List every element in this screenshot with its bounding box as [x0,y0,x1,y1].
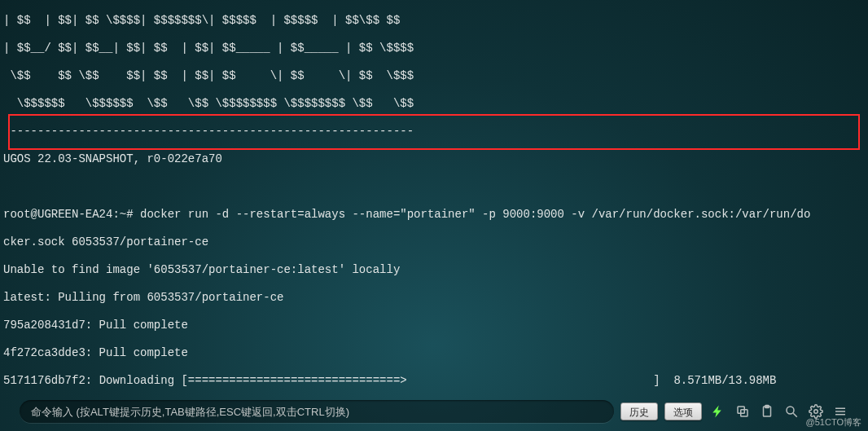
bolt-icon[interactable] [710,403,726,420]
ascii-line: | $$ | $$| $$ \$$$$| $$$$$$$\| $$$$$ | $… [3,14,865,28]
command-input-placeholder: 命令输入 (按ALT键提示历史,TAB键路径,ESC键返回,双击CTRL切换) [31,405,349,419]
history-button[interactable]: 历史 [620,402,658,420]
status-bar: 命令输入 (按ALT键提示历史,TAB键路径,ESC键返回,双击CTRL切换) … [0,392,868,431]
watermark: @51CTO博客 [806,416,861,429]
blank-line [3,180,865,194]
command-line-1: root@UGREEN-EA24:~# docker run -d --rest… [3,208,865,222]
download-line: 5171176db7f2: Downloading [=============… [3,374,865,388]
svg-line-5 [793,413,797,417]
pull-output-line: Unable to find image '6053537/portainer-… [3,263,865,277]
copy-icon[interactable] [734,403,751,420]
search-icon[interactable] [783,403,800,420]
ascii-line: \$$$$$$ \$$$$$$ \$$ \$$ \$$$$$$$$ \$$$$$… [3,97,865,111]
ascii-line: \$$ $$ \$$ $$| $$ | $$| $$ \| $$ \| $$ \… [3,69,865,83]
command-line-2: cker.sock 6053537/portainer-ce [3,235,865,249]
svg-point-6 [814,410,818,414]
command-input[interactable]: 命令输入 (按ALT键提示历史,TAB键路径,ESC键返回,双击CTRL切换) [20,400,614,423]
pull-output-line: 795a208431d7: Pull complete [3,319,865,332]
ascii-line: | $$__/ $$| $$__| $$| $$ | $$| $$_____ |… [3,42,865,55]
pull-output-line: 4f272ca3dde3: Pull complete [3,346,865,360]
pull-output-line: latest: Pulling from 6053537/portainer-c… [3,291,865,305]
svg-point-4 [787,407,794,414]
options-button[interactable]: 选项 [664,402,702,420]
svg-rect-3 [765,406,769,408]
ascii-line: ----------------------------------------… [3,125,865,139]
paste-icon[interactable] [759,403,775,420]
terminal-output: | $$ | $$| $$ \$$$$| $$$$$$$\| $$$$$ | $… [0,0,868,392]
system-version: UGOS 22.03-SNAPSHOT, r0-022e7a70 [3,152,865,166]
